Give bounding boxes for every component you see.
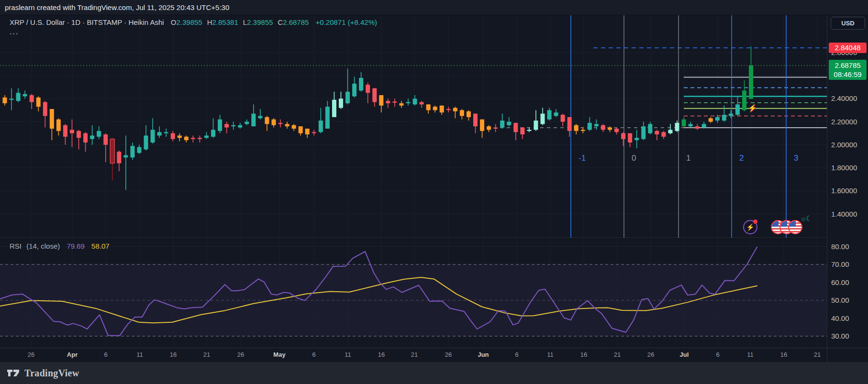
last-price-label[interactable]: 2.68785 08:46:59 xyxy=(829,60,867,80)
candle-body xyxy=(392,101,397,102)
price-scale-label: 2.40000 xyxy=(831,94,857,103)
time-tick-label: Jul xyxy=(675,351,694,358)
tradingview-logo-icon[interactable] xyxy=(7,367,20,379)
candle-body xyxy=(184,137,189,140)
time-tick-label: 26 xyxy=(439,351,458,358)
ohlc-key: L xyxy=(243,18,247,26)
attribution-text: praslearn created with TradingView.com, … xyxy=(5,3,229,11)
time-tick-label: Jun xyxy=(474,351,493,358)
footer-bar: TradingView xyxy=(0,362,868,384)
candle-body xyxy=(332,100,336,117)
candle-body xyxy=(272,120,276,125)
marker-label: 0 xyxy=(632,154,636,163)
price-scale-label: 1.80000 xyxy=(831,164,857,172)
candle-body xyxy=(278,123,283,124)
candle-body xyxy=(453,108,457,111)
candle-body xyxy=(238,125,242,128)
candle-body xyxy=(83,133,88,143)
candle-body xyxy=(561,115,565,121)
candle-body xyxy=(661,132,666,137)
candle-body xyxy=(574,125,579,131)
candle-body xyxy=(413,99,417,104)
alert-price-label[interactable]: 2.84048 xyxy=(829,43,867,53)
candles xyxy=(3,46,754,190)
events-lightning-icon[interactable]: ⚡ xyxy=(743,220,757,234)
time-tick-label: 21 xyxy=(197,351,216,358)
marker-label: 3 xyxy=(794,154,798,163)
candle-body xyxy=(641,126,645,139)
candle-body xyxy=(16,93,21,101)
candle-body xyxy=(151,130,155,143)
price-alert-bolt-icon[interactable]: ⚡ xyxy=(748,104,757,112)
time-tick-label: 11 xyxy=(541,351,560,358)
candle-body xyxy=(191,138,195,139)
candle-body xyxy=(594,124,599,126)
rsi-scale-label: 70.00 xyxy=(831,260,849,269)
candle-body xyxy=(123,155,128,157)
candle-body xyxy=(245,122,249,124)
candle-body xyxy=(70,130,74,133)
time-tick-label: 6 xyxy=(507,351,526,358)
rsi-svg[interactable] xyxy=(0,239,827,348)
candle-body xyxy=(144,135,148,149)
rsi-ma-value: 58.07 xyxy=(91,242,110,250)
time-tick-label: 6 xyxy=(96,351,115,358)
ohlc-value: 2.85381 xyxy=(212,18,238,26)
axis-corner-separator xyxy=(827,348,827,362)
symbol-legend[interactable]: XRP / U.S. Dollar · 1D · BITSTAMP · Heik… xyxy=(10,18,377,26)
candle-body xyxy=(675,123,679,131)
candle-body xyxy=(420,102,424,104)
ohlc-value: 2.39855 xyxy=(247,18,273,26)
last-price-value: 2.68785 xyxy=(829,61,867,70)
candle-body xyxy=(345,92,350,103)
sun-moon-icon[interactable]: ☼☾ xyxy=(800,214,811,223)
rsi-legend[interactable]: RSI (14, close) 79.69 58.07 xyxy=(10,242,110,250)
candle-body xyxy=(467,111,471,117)
candle-body xyxy=(359,78,363,91)
ohlc-value: 2.39855 xyxy=(176,18,202,26)
candle-body xyxy=(399,103,403,106)
price-axis[interactable]: USD 2.84048 2.68785 08:46:59 2.800002.40… xyxy=(827,15,868,348)
chart-plot-area[interactable]: -10123 XRP / U.S. Dollar · 1D · BITSTAMP… xyxy=(0,15,827,348)
tradingview-wordmark[interactable]: TradingView xyxy=(24,368,79,379)
ohlc-key: O xyxy=(171,18,177,26)
candle-body xyxy=(10,99,14,99)
candle-body xyxy=(56,120,61,131)
candle-body xyxy=(164,132,168,133)
currency-button[interactable]: USD xyxy=(831,17,865,30)
candle-body xyxy=(50,109,54,129)
marker-label: 2 xyxy=(739,154,744,163)
candle-body xyxy=(655,131,659,134)
candle-body xyxy=(581,130,585,131)
time-tick-label: 16 xyxy=(574,351,593,358)
time-tick-label: 21 xyxy=(608,351,627,358)
time-tick-label: 26 xyxy=(22,351,41,358)
candle-body xyxy=(325,107,330,129)
ohlc-values: O2.39855H2.85381L2.39855C2.68785 xyxy=(166,18,309,26)
candle-body xyxy=(588,123,592,130)
time-axis[interactable]: 26Apr611162126May611162126Jun611162126Ju… xyxy=(0,348,868,362)
candle-body xyxy=(372,88,377,102)
candle-body xyxy=(305,129,310,134)
candle-body xyxy=(352,84,356,97)
candle-body xyxy=(547,110,552,119)
candle-body xyxy=(473,114,478,127)
marker-label: 1 xyxy=(686,154,690,163)
ohlc-value: 2.68785 xyxy=(283,18,309,26)
price-scale-label: 2.00000 xyxy=(831,141,857,149)
candle-body xyxy=(440,106,444,112)
tradingview-chart-window: praslearn created with TradingView.com, … xyxy=(0,0,868,384)
price-scale-label: 2.20000 xyxy=(831,118,857,126)
bar-countdown: 08:46:59 xyxy=(829,70,867,79)
candle-body xyxy=(534,121,538,130)
candle-body xyxy=(231,125,235,126)
symbol-title: XRP / U.S. Dollar · 1D · BITSTAMP · Heik… xyxy=(10,18,164,26)
legend-more-button[interactable]: ... xyxy=(10,28,19,36)
candle-body xyxy=(446,109,451,110)
main-chart-svg[interactable]: -10123 xyxy=(0,15,827,238)
candle-body xyxy=(157,132,162,135)
candle-body xyxy=(742,90,746,110)
candle-body xyxy=(722,115,726,121)
candle-body xyxy=(735,104,740,115)
candle-body xyxy=(386,101,390,103)
